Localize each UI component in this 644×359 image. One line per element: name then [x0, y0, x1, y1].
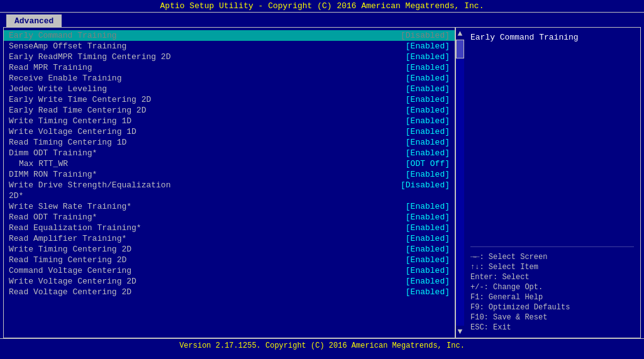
key-row: →←: Select Screen [470, 252, 634, 262]
setting-value: [Enabled] [406, 213, 450, 222]
setting-value: [Enabled] [406, 127, 450, 136]
footer: Version 2.17.1255. Copyright (C) 2016 Am… [0, 338, 644, 353]
help-description [470, 45, 634, 240]
setting-row[interactable]: Write Drive Strength/Equalization[Disabl… [4, 180, 455, 191]
setting-row[interactable]: Read MPR Training[Enabled] [4, 62, 455, 73]
setting-value: [ODT Off] [406, 159, 450, 168]
setting-row[interactable]: Write Slew Rate Training*[Enabled] [4, 201, 455, 212]
setting-value: [Enabled] [406, 106, 450, 115]
setting-row[interactable]: Write Voltage Centering 2D[Enabled] [4, 276, 455, 287]
setting-row[interactable]: Write Timing Centering 2D[Enabled] [4, 244, 455, 255]
setting-name: Write Drive Strength/Equalization [9, 180, 394, 190]
setting-value: [Enabled] [406, 84, 450, 94]
setting-name: 2D* [9, 191, 450, 201]
setting-name: Early Write Time Centering 2D [9, 95, 399, 104]
setting-value: [Enabled] [406, 277, 450, 286]
setting-value: [Enabled] [406, 95, 450, 104]
setting-row[interactable]: Receive Enable Training[Enabled] [4, 73, 455, 84]
setting-value: [Enabled] [406, 287, 450, 297]
setting-value: [Disabled] [401, 180, 450, 190]
setting-value: [Disabled] [401, 31, 450, 40]
setting-name: Read ODT Training* [9, 213, 399, 222]
setting-value: [Enabled] [406, 41, 450, 51]
help-panel: Early Command Training →←: Select Screen… [464, 28, 640, 338]
setting-row[interactable]: Dimm ODT Training*[Enabled] [4, 148, 455, 158]
setting-name: Early Read Time Centering 2D [9, 106, 399, 115]
setting-value: [Enabled] [406, 245, 450, 254]
setting-row[interactable]: Early Write Time Centering 2D[Enabled] [4, 94, 455, 105]
footer-text: Version 2.17.1255. Copyright (C) 2016 Am… [179, 341, 465, 350]
scroll-track[interactable] [456, 40, 464, 326]
setting-name: SenseAmp Offset Training [9, 41, 399, 51]
setting-row[interactable]: Read Timing Centering 1D[Enabled] [4, 137, 455, 148]
settings-list: Early Command Training[Disabled]SenseAmp… [4, 30, 455, 297]
setting-name: Max RTT_WR [19, 159, 399, 168]
setting-row[interactable]: Jedec Write Leveling[Enabled] [4, 84, 455, 94]
tab-advanced[interactable]: Advanced [6, 14, 62, 27]
setting-row[interactable]: Read Timing Centering 2D[Enabled] [4, 255, 455, 265]
setting-value: [Enabled] [406, 52, 450, 62]
setting-row[interactable]: 2D* [4, 191, 455, 201]
main-content: Early Command Training[Disabled]SenseAmp… [3, 27, 641, 338]
key-help-section: →←: Select Screen↑↓: Select ItemEnter: S… [470, 246, 634, 333]
setting-row[interactable]: Early Read Time Centering 2D[Enabled] [4, 105, 455, 116]
settings-panel: Early Command Training[Disabled]SenseAmp… [4, 28, 455, 338]
setting-value: [Enabled] [406, 116, 450, 126]
setting-row[interactable]: Read Amplifier Training*[Enabled] [4, 233, 455, 244]
setting-value: [Enabled] [406, 234, 450, 243]
scroll-down-arrow[interactable]: ▼ [456, 326, 464, 338]
setting-row[interactable]: Command Voltage Centering[Enabled] [4, 265, 455, 276]
key-row: ESC: Exit [470, 323, 634, 333]
setting-name: Early Command Training [9, 31, 394, 40]
setting-name: Receive Enable Training [9, 74, 399, 83]
setting-value: [Enabled] [406, 63, 450, 72]
title-bar: Aptio Setup Utility - Copyright (C) 2016… [0, 0, 644, 13]
key-row: F1: General Help [470, 292, 634, 302]
setting-row[interactable]: Read Equalization Training*[Enabled] [4, 223, 455, 233]
setting-name: Dimm ODT Training* [9, 148, 399, 158]
setting-name: Read Amplifier Training* [9, 234, 399, 243]
help-title: Early Command Training [470, 33, 634, 42]
key-row: F10: Save & Reset [470, 312, 634, 323]
scroll-up-arrow[interactable]: ▲ [456, 28, 464, 40]
setting-row[interactable]: SenseAmp Offset Training[Enabled] [4, 41, 455, 52]
scrollbar[interactable]: ▲ ▼ [455, 28, 464, 338]
setting-row[interactable]: Write Voltage Centering 1D[Enabled] [4, 126, 455, 137]
setting-value: [Enabled] [406, 170, 450, 179]
setting-value: [Enabled] [406, 223, 450, 233]
setting-row[interactable]: Read Voltage Centering 2D[Enabled] [4, 287, 455, 297]
setting-row[interactable]: Read ODT Training*[Enabled] [4, 212, 455, 223]
setting-row[interactable]: Write Timing Centering 1D[Enabled] [4, 116, 455, 126]
setting-value: [Enabled] [406, 138, 450, 147]
setting-value: [Enabled] [406, 255, 450, 265]
setting-name: Write Voltage Centering 1D [9, 127, 399, 136]
setting-row[interactable]: DIMM RON Training*[Enabled] [4, 169, 455, 180]
setting-name: Write Slew Rate Training* [9, 202, 399, 211]
setting-name: Read Voltage Centering 2D [9, 287, 399, 297]
setting-value: [Enabled] [406, 202, 450, 211]
key-row: F9: Optimized Defaults [470, 302, 634, 312]
setting-value: [Enabled] [406, 74, 450, 83]
setting-row[interactable]: Early ReadMPR Timing Centering 2D[Enable… [4, 52, 455, 62]
key-list: →←: Select Screen↑↓: Select ItemEnter: S… [470, 252, 634, 333]
setting-name: Write Timing Centering 2D [9, 245, 399, 254]
setting-row[interactable]: Early Command Training[Disabled] [4, 30, 455, 41]
key-row: Enter: Select [470, 272, 634, 282]
setting-name: Jedec Write Leveling [9, 84, 399, 94]
setting-name: Write Voltage Centering 2D [9, 277, 399, 286]
setting-name: Early ReadMPR Timing Centering 2D [9, 52, 399, 62]
setting-name: Read Timing Centering 1D [9, 138, 399, 147]
setting-name: DIMM RON Training* [9, 170, 399, 179]
app-title: Aptio Setup Utility - Copyright (C) 2016… [160, 1, 484, 11]
setting-name: Write Timing Centering 1D [9, 116, 399, 126]
setting-name: Read Timing Centering 2D [9, 255, 399, 265]
setting-name: Read Equalization Training* [9, 223, 399, 233]
tab-bar: Advanced [0, 13, 644, 27]
setting-name: Read MPR Training [9, 63, 399, 72]
setting-name: Command Voltage Centering [9, 266, 399, 275]
setting-value: [Enabled] [406, 266, 450, 275]
setting-row[interactable]: Max RTT_WR[ODT Off] [4, 158, 455, 169]
setting-value: [Enabled] [406, 148, 450, 158]
scroll-thumb[interactable] [456, 40, 464, 58]
key-row: +/-: Change Opt. [470, 282, 634, 292]
